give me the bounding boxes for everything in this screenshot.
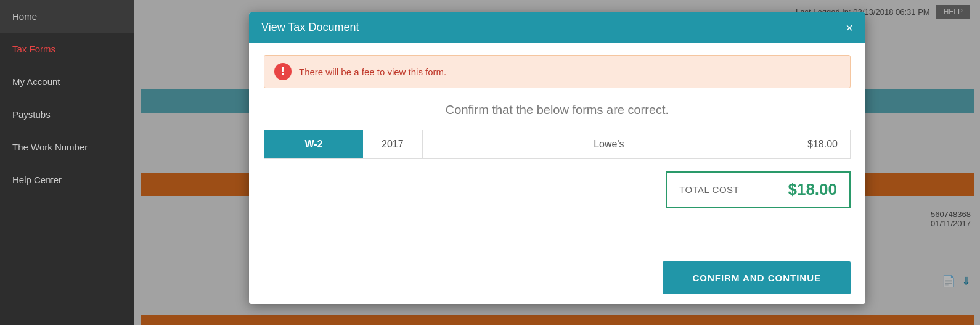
sidebar-item-home[interactable]: Home	[0, 0, 134, 33]
modal-body: ! There will be a fee to view this form.…	[249, 43, 865, 232]
modal-title: View Tax Document	[261, 21, 359, 34]
modal: View Tax Document × ! There will be a fe…	[249, 12, 865, 304]
modal-overlay: View Tax Document × ! There will be a fe…	[134, 0, 980, 325]
sidebar-item-my-account[interactable]: My Account	[0, 65, 134, 98]
sidebar-item-work-number[interactable]: The Work Number	[0, 131, 134, 163]
modal-footer: CONFIRM AND CONTINUE	[249, 252, 865, 304]
modal-header: View Tax Document ×	[249, 12, 865, 43]
form-price-cell: $18.00	[795, 130, 850, 158]
form-year-cell: 2017	[363, 130, 423, 158]
total-cost-label: TOTAL COST	[667, 177, 775, 202]
confirm-heading: Confirm that the below forms are correct…	[264, 103, 851, 117]
total-cost-box: TOTAL COST $18.00	[666, 171, 851, 208]
form-company-cell: Lowe's	[423, 130, 795, 158]
warning-banner: ! There will be a fee to view this form.	[264, 55, 851, 88]
total-cost-dollar: $	[788, 180, 796, 199]
confirm-and-continue-button[interactable]: CONFIRM AND CONTINUE	[663, 261, 851, 294]
modal-divider	[249, 239, 865, 239]
sidebar-item-tax-forms[interactable]: Tax Forms	[0, 33, 134, 65]
total-cost-container: TOTAL COST $18.00	[264, 171, 851, 208]
sidebar-item-help-center[interactable]: Help Center	[0, 163, 134, 196]
total-cost-amount: $18.00	[775, 173, 849, 207]
warning-text: There will be a fee to view this form.	[299, 67, 446, 77]
modal-close-button[interactable]: ×	[846, 22, 853, 34]
sidebar-item-paystubs[interactable]: Paystubs	[0, 98, 134, 131]
main-content: Last Logged In: 02/13/2018 06:31 PM HELP…	[134, 0, 980, 325]
form-row: W-2 2017 Lowe's $18.00	[264, 130, 851, 159]
warning-icon: !	[274, 63, 292, 80]
form-type-cell: W-2	[264, 130, 363, 158]
total-cost-value: 18.00	[797, 180, 837, 199]
sidebar: Home Tax Forms My Account Paystubs The W…	[0, 0, 134, 325]
